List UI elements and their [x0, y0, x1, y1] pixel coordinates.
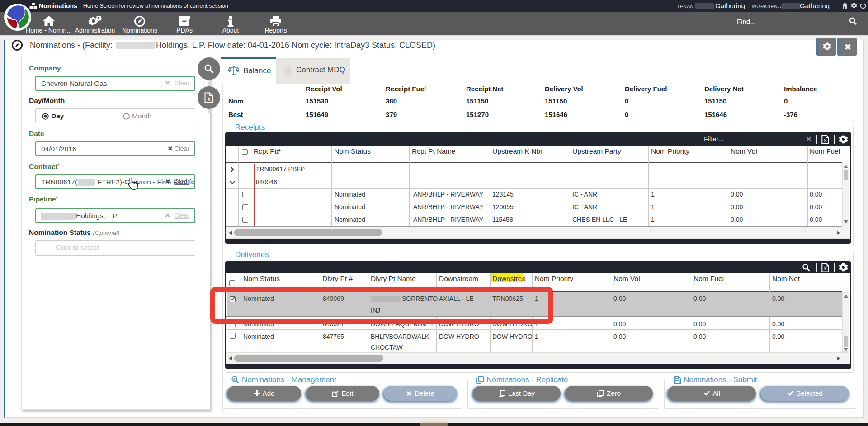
svg-text:x: x: [824, 266, 827, 271]
svg-text:x: x: [208, 96, 211, 102]
svg-text:x: x: [824, 138, 827, 143]
